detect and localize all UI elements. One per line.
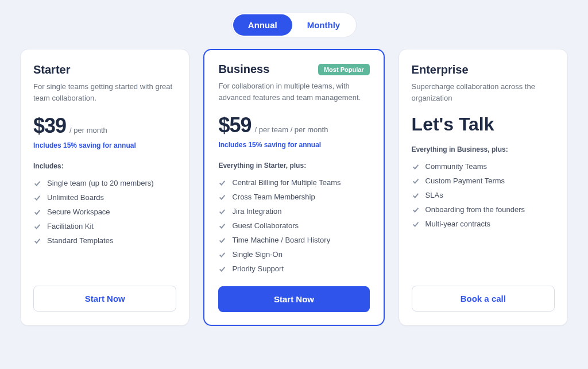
plan-card-starter: Starter For single teams getting started…	[20, 49, 189, 326]
start-now-button[interactable]: Start Now	[218, 286, 369, 312]
feature-text: Guest Collaborators	[232, 221, 299, 230]
price-row: $39 / per month	[33, 114, 176, 138]
plan-savings: Includes 15% saving for annual	[218, 141, 369, 149]
plan-card-business: Business Most Popular For collaboration …	[203, 49, 384, 326]
feature-item: Single team (up to 20 members)	[33, 176, 176, 190]
features-title: Includes:	[33, 162, 176, 170]
billing-toggle-group: Annual Monthly	[231, 13, 357, 37]
features-title: Everything in Business, plus:	[412, 145, 555, 153]
feature-item: SLAs	[412, 188, 555, 202]
feature-item: Custom Payment Terms	[412, 174, 555, 188]
check-icon	[218, 251, 226, 259]
plan-desc: For single teams getting started with gr…	[33, 81, 176, 103]
check-icon	[412, 177, 420, 185]
plan-title: Enterprise	[412, 63, 469, 76]
feature-item: Secure Workspace	[33, 205, 176, 219]
plan-desc: For collaboration in multiple teams, wit…	[218, 80, 369, 103]
plan-card-enterprise: Enterprise Supercharge collaboration acr…	[399, 49, 568, 326]
billing-toggle: Annual Monthly	[20, 13, 568, 37]
feature-text: Central Billing for Multiple Teams	[232, 178, 341, 187]
check-icon	[33, 194, 41, 202]
feature-item: Unlimited Boards	[33, 190, 176, 205]
feature-text: Single Sign-On	[232, 250, 282, 259]
plan-price: $39	[33, 114, 66, 138]
feature-text: Jira Integration	[232, 207, 281, 216]
annual-toggle[interactable]: Annual	[233, 14, 292, 36]
check-icon	[33, 208, 41, 216]
plan-head: Business Most Popular	[218, 63, 369, 76]
feature-text: Single team (up to 20 members)	[47, 179, 154, 187]
monthly-toggle[interactable]: Monthly	[292, 14, 355, 36]
feature-text: Unlimited Boards	[47, 193, 104, 202]
book-a-call-button[interactable]: Book a call	[412, 286, 555, 312]
feature-text: Facilitation Kit	[47, 222, 94, 230]
start-now-button[interactable]: Start Now	[33, 286, 176, 312]
features-list: Community TeamsCustom Payment TermsSLAsO…	[412, 159, 555, 231]
feature-item: Multi-year contracts	[412, 217, 555, 231]
feature-item: Time Machine / Board History	[218, 233, 369, 247]
features-title: Everything in Starter, plus:	[218, 162, 369, 170]
check-icon	[33, 222, 41, 230]
pricing-cards: Starter For single teams getting started…	[20, 49, 568, 326]
feature-text: Standard Templates	[47, 236, 113, 245]
check-icon	[218, 265, 226, 273]
check-icon	[412, 163, 420, 171]
feature-text: Community Teams	[425, 162, 487, 171]
plan-title: Starter	[33, 63, 70, 76]
plan-price-unit: / per month	[69, 126, 107, 134]
feature-item: Community Teams	[412, 159, 555, 174]
plan-head: Enterprise	[412, 63, 555, 76]
check-icon	[33, 237, 41, 245]
feature-text: Onboarding from the founders	[425, 205, 525, 214]
feature-item: Facilitation Kit	[33, 219, 176, 233]
features-list: Central Billing for Multiple TeamsCross …	[218, 175, 369, 276]
feature-text: Custom Payment Terms	[425, 176, 505, 185]
price-row: $59 / per team / per month	[218, 113, 369, 137]
plan-price: $59	[218, 113, 251, 137]
features-list: Single team (up to 20 members)Unlimited …	[33, 176, 176, 248]
feature-item: Onboarding from the founders	[412, 202, 555, 217]
feature-item: Jira Integration	[218, 204, 369, 218]
check-icon	[412, 220, 420, 228]
most-popular-badge: Most Popular	[318, 64, 370, 75]
feature-item: Single Sign-On	[218, 247, 369, 262]
lets-talk-text: Let's Talk	[412, 114, 555, 135]
feature-item: Priority Support	[218, 262, 369, 276]
check-icon	[218, 207, 226, 216]
check-icon	[412, 191, 420, 199]
feature-item: Guest Collaborators	[218, 218, 369, 233]
feature-item: Central Billing for Multiple Teams	[218, 175, 369, 190]
check-icon	[218, 193, 226, 201]
plan-savings: Includes 15% saving for annual	[33, 141, 176, 149]
feature-text: SLAs	[425, 191, 443, 199]
check-icon	[218, 179, 226, 187]
feature-item: Standard Templates	[33, 233, 176, 248]
check-icon	[218, 236, 226, 244]
check-icon	[412, 206, 420, 214]
feature-item: Cross Team Membership	[218, 190, 369, 204]
feature-text: Time Machine / Board History	[232, 236, 330, 244]
plan-desc: Supercharge collaboration across the org…	[412, 81, 555, 103]
plan-title: Business	[218, 63, 269, 76]
feature-text: Priority Support	[232, 264, 284, 273]
plan-price-unit: / per team / per month	[255, 125, 328, 134]
check-icon	[33, 179, 41, 187]
check-icon	[218, 222, 226, 230]
feature-text: Multi-year contracts	[425, 220, 490, 228]
feature-text: Secure Workspace	[47, 207, 110, 216]
feature-text: Cross Team Membership	[232, 193, 315, 201]
plan-head: Starter	[33, 63, 176, 76]
